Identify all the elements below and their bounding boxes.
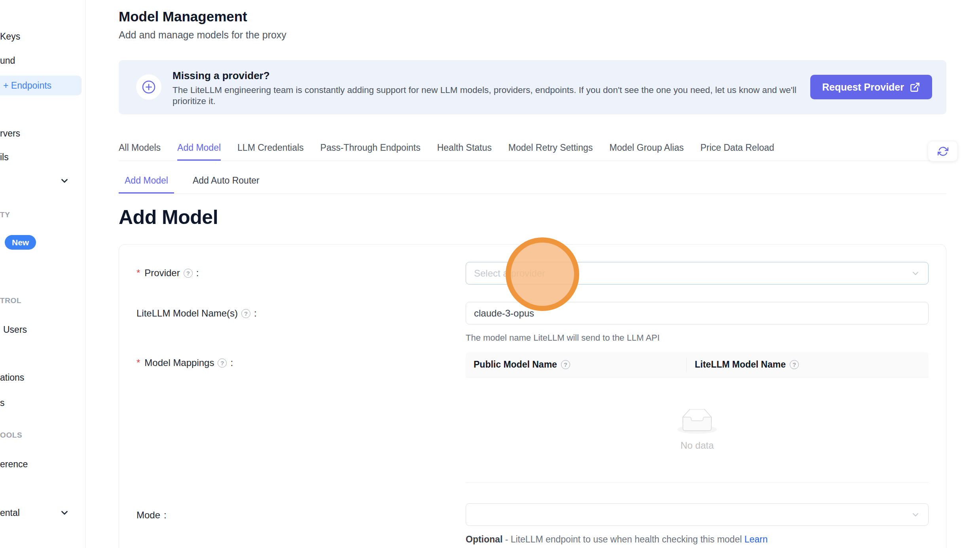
no-data-text: No data bbox=[681, 440, 714, 451]
sidebar-item-label: Keys bbox=[0, 31, 20, 42]
mode-select[interactable] bbox=[466, 503, 929, 526]
sidebar-item-label: und bbox=[0, 55, 15, 66]
tab-all-models[interactable]: All Models bbox=[119, 142, 161, 161]
sidebar-section-header: TROL bbox=[0, 296, 21, 305]
sidebar-item-models-endpoints[interactable]: + Endpoints bbox=[0, 76, 82, 95]
sidebar-item-label: ental bbox=[0, 508, 20, 518]
sidebar-item-teams[interactable]: s bbox=[0, 398, 5, 408]
plus-circle-icon-wrap bbox=[136, 74, 161, 100]
sidebar-section-label: OOLS bbox=[0, 431, 22, 439]
empty-inbox-icon bbox=[677, 409, 717, 434]
model-mappings-label: * Model Mappings ? : bbox=[136, 357, 233, 368]
tab-model-retry-settings[interactable]: Model Retry Settings bbox=[508, 142, 593, 161]
request-provider-button[interactable]: Request Provider bbox=[810, 75, 932, 99]
tab-price-data-reload[interactable]: Price Data Reload bbox=[700, 142, 774, 161]
new-badge: New bbox=[12, 238, 29, 247]
model-name-label-text: LiteLLM Model Name(s) bbox=[136, 308, 238, 319]
tab-add-model[interactable]: Add Model bbox=[177, 142, 221, 161]
sidebar-item-label: Users bbox=[3, 324, 27, 335]
missing-provider-banner: Missing a provider? The LiteLLM engineer… bbox=[119, 60, 946, 114]
tab-llm-credentials[interactable]: LLM Credentials bbox=[237, 142, 303, 161]
label-colon: : bbox=[230, 357, 233, 368]
tab-pass-through-endpoints[interactable]: Pass-Through Endpoints bbox=[320, 142, 421, 161]
required-asterisk: * bbox=[136, 267, 140, 279]
model-mappings-table: Public Model Name ? LiteLLM Model Name ?… bbox=[466, 352, 929, 483]
help-icon[interactable]: ? bbox=[184, 269, 193, 278]
help-icon[interactable]: ? bbox=[241, 309, 250, 318]
plus-circle-icon bbox=[142, 80, 156, 94]
sidebar-section-label: TY bbox=[0, 210, 10, 219]
label-colon: : bbox=[164, 510, 167, 521]
provider-select[interactable]: Select a provider bbox=[466, 262, 929, 284]
banner-title: Missing a provider? bbox=[172, 70, 270, 82]
chevron-down-icon bbox=[59, 176, 70, 186]
help-icon[interactable]: ? bbox=[790, 360, 799, 369]
sidebar-item-experimental-chevron[interactable] bbox=[59, 508, 70, 518]
provider-label: * Provider ? : bbox=[136, 267, 199, 279]
sidebar-item-label: ils bbox=[0, 152, 9, 162]
sidebar-item-label: erence bbox=[0, 459, 28, 469]
page-title: Model Management bbox=[119, 9, 247, 25]
model-name-label: LiteLLM Model Name(s) ? : bbox=[136, 308, 257, 319]
sidebar-collapsed-group[interactable] bbox=[59, 176, 70, 186]
sidebar-section-label: TROL bbox=[0, 296, 21, 305]
label-colon: : bbox=[196, 267, 199, 279]
refresh-button[interactable] bbox=[928, 141, 958, 161]
page-subtitle: Add and manage models for the proxy bbox=[119, 29, 286, 41]
sidebar-section-header: OOLS bbox=[0, 431, 22, 440]
provider-select-placeholder: Select a provider bbox=[474, 268, 545, 279]
request-provider-label: Request Provider bbox=[822, 82, 904, 93]
model-mappings-label-text: Model Mappings bbox=[144, 357, 214, 368]
sidebar-item-internal-users[interactable]: Users bbox=[3, 324, 27, 335]
add-model-subtabs: Add Model Add Auto Router bbox=[119, 175, 946, 194]
sidebar-item-experimental[interactable]: ental bbox=[0, 508, 20, 518]
sidebar-item-label: ations bbox=[0, 372, 24, 383]
help-icon[interactable]: ? bbox=[561, 360, 570, 369]
column-label: LiteLLM Model Name bbox=[695, 359, 786, 370]
mode-helper-bold: Optional bbox=[466, 534, 502, 544]
sidebar-item-new-feature[interactable]: New bbox=[5, 235, 36, 250]
model-name-input[interactable] bbox=[474, 308, 920, 319]
column-label: Public Model Name bbox=[474, 359, 557, 370]
mode-label: Mode : bbox=[136, 510, 167, 521]
mappings-table-header: Public Model Name ? LiteLLM Model Name ? bbox=[466, 352, 929, 377]
form-heading: Add Model bbox=[119, 206, 218, 229]
refresh-icon bbox=[938, 146, 948, 157]
mode-helper-text: - LiteLLM endpoint to use when health ch… bbox=[502, 534, 744, 544]
provider-label-text: Provider bbox=[144, 267, 180, 279]
sidebar-item-label: rvers bbox=[0, 128, 20, 138]
label-colon: : bbox=[254, 308, 257, 319]
model-name-helper: The model name LiteLLM will send to the … bbox=[466, 333, 660, 343]
external-link-icon bbox=[910, 82, 920, 93]
model-tabs: All Models Add Model LLM Credentials Pas… bbox=[119, 142, 946, 161]
mappings-empty-state: No data bbox=[466, 377, 929, 483]
litellm-admin-app: Keys und + Endpoints rvers ils TY New TR… bbox=[0, 0, 980, 548]
help-icon[interactable]: ? bbox=[218, 358, 227, 368]
mode-helper: Optional - LiteLLM endpoint to use when … bbox=[466, 534, 768, 545]
tab-model-group-alias[interactable]: Model Group Alias bbox=[609, 142, 684, 161]
column-litellm-model-name: LiteLLM Model Name ? bbox=[686, 358, 799, 372]
mode-label-text: Mode bbox=[136, 510, 160, 521]
chevron-down-icon bbox=[59, 508, 70, 518]
sidebar-item-label: s bbox=[0, 398, 5, 408]
learn-more-link[interactable]: Learn bbox=[744, 534, 768, 544]
chevron-down-icon bbox=[911, 510, 920, 520]
sidebar-item-label: + Endpoints bbox=[3, 80, 51, 91]
sidebar-item-organizations[interactable]: ations bbox=[0, 372, 24, 383]
sidebar-item-servers[interactable]: rvers bbox=[0, 128, 20, 139]
sidebar-item-guardrails[interactable]: ils bbox=[0, 152, 9, 163]
sidebar-item-virtual-keys[interactable]: Keys bbox=[0, 31, 20, 42]
column-public-model-name: Public Model Name ? bbox=[466, 359, 686, 370]
chevron-down-icon bbox=[911, 269, 920, 278]
sidebar-item-playground[interactable]: und bbox=[0, 55, 15, 66]
tab-health-status[interactable]: Health Status bbox=[437, 142, 492, 161]
banner-body: The LiteLLM engineering team is constant… bbox=[172, 85, 806, 107]
required-asterisk: * bbox=[136, 357, 140, 368]
subtab-add-model[interactable]: Add Model bbox=[119, 175, 174, 193]
sidebar: Keys und + Endpoints rvers ils TY New TR… bbox=[0, 0, 85, 548]
sidebar-item-api-reference[interactable]: erence bbox=[0, 459, 28, 470]
sidebar-section-header: TY bbox=[0, 210, 10, 219]
subtab-add-auto-router[interactable]: Add Auto Router bbox=[187, 175, 265, 193]
model-name-input-wrap bbox=[466, 302, 929, 324]
